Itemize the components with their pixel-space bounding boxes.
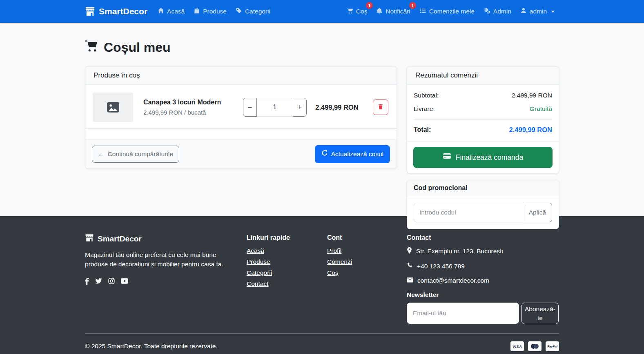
footer-link-produse[interactable]: Produse	[247, 258, 327, 266]
brand-logo[interactable]: SmartDecor	[85, 7, 147, 17]
footer-divider	[85, 333, 559, 334]
product-thumbnail	[93, 93, 133, 122]
newsletter-subscribe-button[interactable]: Abonează-te	[521, 303, 559, 324]
payment-methods: VISA PayPal	[510, 341, 559, 351]
mastercard-icon	[528, 341, 541, 351]
refresh-icon	[321, 150, 328, 159]
product-unit-price: 2.499,99 RON / bucată	[143, 109, 243, 116]
brand-name: SmartDecor	[99, 7, 147, 16]
promo-card-title: Cod promocional	[407, 180, 559, 196]
footer-link-comenzi[interactable]: Comenzi	[327, 258, 407, 266]
nav-admin[interactable]: Admin	[479, 4, 516, 19]
bag-icon	[194, 7, 200, 15]
nav-cos[interactable]: Coș 1	[342, 4, 372, 19]
product-name: Canapea 3 locuri Modern	[143, 99, 243, 106]
phone-icon	[407, 262, 413, 270]
cart-products-card: Produse în coș Canapea 3 locuri Modern 2…	[85, 66, 397, 169]
quantity-decrease-button[interactable]: −	[243, 98, 257, 117]
order-summary-card: Rezumatul comenzii Subtotal: 2.499,99 RO…	[407, 66, 559, 174]
newsletter-email-input[interactable]	[407, 303, 519, 324]
line-total: 2.499,99 RON	[307, 104, 367, 111]
cart-card-title: Produse în coș	[85, 66, 397, 85]
contact-address: Str. Exemplu nr. 123, București	[407, 247, 559, 255]
footer-link-cos[interactable]: Coș	[327, 269, 407, 277]
page-title: Coșul meu	[85, 40, 559, 55]
footer-link-categorii[interactable]: Categorii	[247, 269, 327, 277]
list-icon	[419, 7, 426, 16]
newsletter-title: Newsletter	[407, 291, 559, 299]
location-pin-icon	[407, 247, 412, 255]
promo-code-input[interactable]	[414, 203, 523, 222]
facebook-icon[interactable]	[85, 278, 89, 285]
chevron-down-icon	[551, 11, 555, 13]
footer-link-acasa[interactable]: Acasă	[247, 247, 327, 254]
shop-icon	[85, 233, 94, 244]
nav-comenzile-mele[interactable]: Comenzile mele	[415, 4, 479, 19]
quantity-increase-button[interactable]: +	[293, 98, 307, 117]
nav-acasa[interactable]: Acasă	[153, 4, 189, 19]
update-cart-button[interactable]: Actualizează coșul	[315, 145, 390, 163]
person-icon	[520, 7, 527, 15]
quantity-stepper: − +	[243, 98, 307, 117]
bell-icon	[376, 7, 383, 15]
total-value: 2.499,99 RON	[509, 126, 552, 134]
quick-links-title: Linkuri rapide	[247, 234, 327, 241]
quantity-input[interactable]	[257, 98, 293, 117]
summary-divider	[414, 119, 552, 119]
tags-icon	[236, 7, 242, 15]
footer: SmartDecor Magazinul tău online preferat…	[0, 216, 644, 354]
copyright-text: © 2025 SmartDecor. Toate drepturile reze…	[85, 343, 218, 350]
subtotal-value: 2.499,99 RON	[512, 92, 552, 99]
paypal-icon: PayPal	[546, 341, 559, 351]
house-icon	[158, 7, 164, 15]
arrow-left-icon: ←	[98, 150, 105, 159]
cart-item-row: Canapea 3 locuri Modern 2.499,99 RON / b…	[85, 85, 397, 128]
main-nav: Acasă Produse Categorii	[153, 4, 275, 19]
shipping-row: Livrare: Gratuită	[414, 105, 552, 113]
main-content: Coșul meu Produse în coș Canapea 3 locur…	[0, 23, 644, 216]
visa-icon: VISA	[510, 341, 524, 351]
nav-right: Coș 1 Notificări 1 Comenzile mele Admin …	[342, 4, 559, 19]
social-links	[85, 278, 232, 285]
footer-link-profil[interactable]: Profil	[327, 247, 407, 254]
credit-card-icon	[443, 152, 451, 163]
nav-categorii[interactable]: Categorii	[231, 4, 275, 19]
nav-notificari[interactable]: Notificări 1	[372, 4, 414, 19]
newsletter-form: Abonează-te	[407, 303, 559, 324]
shipping-value: Gratuită	[530, 105, 552, 113]
continue-shopping-button[interactable]: ← Continuă cumpărăturile	[92, 146, 179, 163]
trash-icon	[377, 104, 384, 111]
cart-title-icon	[85, 40, 98, 55]
youtube-icon[interactable]	[121, 278, 128, 284]
footer-description: Magazinul tău online preferat cu cele ma…	[85, 250, 232, 269]
account-title: Cont	[327, 234, 407, 241]
image-placeholder-icon	[107, 102, 119, 113]
twitter-icon[interactable]	[95, 278, 102, 284]
summary-card-title: Rezumatul comenzii	[407, 66, 559, 85]
shop-icon	[85, 7, 95, 17]
total-row: Total: 2.499,99 RON	[414, 126, 552, 134]
apply-promo-button[interactable]: Aplică	[523, 203, 552, 222]
gears-icon	[484, 7, 490, 16]
contact-phone: +40 123 456 789	[407, 262, 559, 270]
promo-code-card: Cod promocional Aplică	[407, 180, 559, 229]
nav-user-menu[interactable]: admin	[516, 4, 559, 19]
nav-produse[interactable]: Produse	[189, 4, 231, 19]
contact-title: Contact	[407, 234, 559, 241]
cart-card-footer: ← Continuă cumpărăturile Actualizează co…	[85, 139, 397, 168]
remove-item-button[interactable]	[373, 100, 388, 115]
footer-link-contact[interactable]: Contact	[247, 280, 327, 288]
navbar: SmartDecor Acasă Produse Categorii Coș 1	[0, 0, 644, 23]
instagram-icon[interactable]	[108, 278, 115, 284]
footer-brand: SmartDecor	[85, 233, 232, 244]
cart-icon	[347, 7, 353, 15]
envelope-icon	[407, 277, 413, 284]
contact-email: contact@smartdecor.com	[407, 277, 559, 284]
checkout-button[interactable]: Finalizează comanda	[413, 147, 553, 168]
subtotal-row: Subtotal: 2.499,99 RON	[414, 92, 552, 99]
